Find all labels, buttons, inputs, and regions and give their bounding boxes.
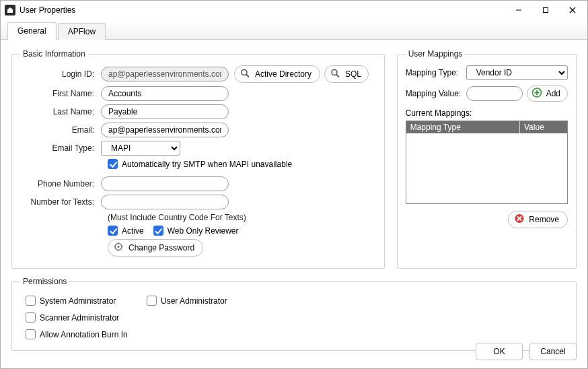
- user-mappings-group: User Mappings Mapping Type: Vendor ID Ma…: [397, 49, 577, 269]
- svg-point-9: [117, 246, 119, 248]
- svg-line-2: [570, 7, 575, 13]
- search-icon: [330, 69, 340, 80]
- web-only-label: Web Only Reviewer: [168, 226, 239, 236]
- email-label: Email:: [20, 125, 101, 135]
- gear-icon: [114, 242, 123, 254]
- login-id-input: [101, 67, 229, 81]
- svg-line-19: [517, 217, 521, 221]
- scanner-administrator-label: Scanner Administrator: [40, 313, 119, 323]
- checkbox-icon: [108, 159, 118, 169]
- user-administrator-label: User Administrator: [161, 296, 227, 306]
- cancel-button[interactable]: Cancel: [529, 343, 577, 360]
- mapping-value-input[interactable]: [466, 86, 523, 101]
- change-password-button[interactable]: Change Password: [108, 239, 203, 257]
- texts-number-label: Number for Texts:: [20, 197, 101, 207]
- app-icon: [5, 5, 15, 15]
- svg-point-17: [515, 214, 524, 223]
- first-name-input[interactable]: [101, 86, 229, 101]
- remove-label: Remove: [529, 215, 559, 224]
- user-mappings-legend: User Mappings: [406, 49, 466, 59]
- basic-information-group: Basic Information Login ID: Active Direc…: [11, 49, 385, 269]
- col-value: Value: [520, 121, 567, 133]
- email-type-label: Email Type:: [20, 143, 101, 153]
- basic-information-legend: Basic Information: [20, 49, 88, 59]
- allow-annotation-burn-in-checkbox[interactable]: Allow Annotation Burn In: [26, 329, 147, 339]
- svg-point-14: [532, 88, 541, 97]
- permissions-group: Permissions System Administrator User Ad…: [11, 277, 577, 351]
- tab-general[interactable]: General: [7, 22, 57, 40]
- checkbox-icon: [26, 312, 36, 323]
- tab-apflow[interactable]: APFlow: [58, 23, 106, 40]
- texts-hint: (Must Include Country Code For Texts): [108, 213, 246, 222]
- active-directory-button[interactable]: Active Directory: [234, 65, 320, 83]
- ok-button[interactable]: OK: [476, 343, 523, 360]
- system-administrator-label: System Administrator: [40, 296, 116, 306]
- cancel-label: Cancel: [540, 347, 565, 356]
- change-password-label: Change Password: [128, 243, 194, 253]
- remove-icon: [514, 213, 525, 226]
- checkbox-icon: [26, 329, 36, 339]
- system-administrator-checkbox[interactable]: System Administrator: [26, 296, 147, 306]
- checkbox-icon: [147, 296, 157, 306]
- current-mappings-table[interactable]: Mapping Type Value: [406, 121, 568, 204]
- texts-number-input[interactable]: [101, 195, 229, 209]
- window-title: User Properties: [20, 5, 75, 15]
- smtp-fallback-label: Automatically try SMTP when MAPI unavail…: [122, 160, 292, 169]
- mapping-type-select[interactable]: Vendor ID: [466, 65, 568, 80]
- first-name-label: First Name:: [20, 89, 101, 98]
- add-icon: [531, 88, 542, 100]
- svg-line-5: [246, 75, 249, 77]
- checkbox-icon: [26, 296, 36, 306]
- svg-line-18: [517, 217, 521, 221]
- active-label: Active: [122, 226, 144, 236]
- svg-rect-1: [544, 8, 548, 13]
- maximize-button[interactable]: [532, 1, 559, 20]
- scanner-administrator-checkbox[interactable]: Scanner Administrator: [26, 312, 147, 323]
- login-id-label: Login ID:: [20, 69, 101, 79]
- last-name-label: Last Name:: [20, 107, 101, 116]
- active-checkbox[interactable]: Active: [108, 226, 144, 236]
- last-name-input[interactable]: [101, 104, 229, 119]
- search-icon: [240, 69, 250, 80]
- dialog-footer: OK Cancel: [476, 343, 577, 360]
- permissions-legend: Permissions: [20, 277, 69, 286]
- title-bar: User Properties: [1, 1, 587, 20]
- svg-point-6: [332, 70, 337, 75]
- mapping-type-label: Mapping Type:: [406, 68, 466, 77]
- checkbox-icon: [108, 226, 118, 236]
- user-administrator-checkbox[interactable]: User Administrator: [147, 296, 281, 306]
- phone-number-input[interactable]: [101, 176, 229, 191]
- table-header: Mapping Type Value: [406, 121, 567, 133]
- sql-button[interactable]: SQL: [324, 65, 369, 83]
- checkbox-icon: [153, 226, 163, 236]
- sql-label: SQL: [345, 69, 361, 79]
- allow-annotation-burn-in-label: Allow Annotation Burn In: [40, 330, 128, 339]
- close-button[interactable]: [559, 1, 586, 20]
- tab-label: General: [17, 26, 46, 36]
- svg-line-3: [570, 7, 575, 13]
- web-only-reviewer-checkbox[interactable]: Web Only Reviewer: [153, 226, 239, 236]
- email-type-select[interactable]: MAPI: [101, 141, 180, 156]
- col-mapping-type: Mapping Type: [406, 121, 520, 133]
- svg-line-7: [336, 75, 339, 77]
- tab-label: APFlow: [68, 27, 96, 36]
- add-mapping-button[interactable]: Add: [527, 86, 568, 102]
- add-label: Add: [546, 89, 560, 98]
- active-directory-label: Active Directory: [255, 69, 311, 79]
- tab-strip: General APFlow: [1, 22, 587, 40]
- phone-number-label: Phone Number:: [20, 179, 101, 189]
- ok-label: OK: [493, 347, 505, 356]
- mapping-value-label: Mapping Value:: [406, 89, 466, 98]
- svg-point-8: [115, 244, 122, 250]
- email-input[interactable]: [101, 123, 229, 137]
- current-mappings-label: Current Mappings:: [406, 108, 568, 118]
- smtp-fallback-checkbox[interactable]: Automatically try SMTP when MAPI unavail…: [108, 159, 292, 169]
- svg-point-4: [242, 70, 247, 75]
- remove-mapping-button[interactable]: Remove: [508, 211, 568, 228]
- minimize-button[interactable]: [505, 1, 532, 20]
